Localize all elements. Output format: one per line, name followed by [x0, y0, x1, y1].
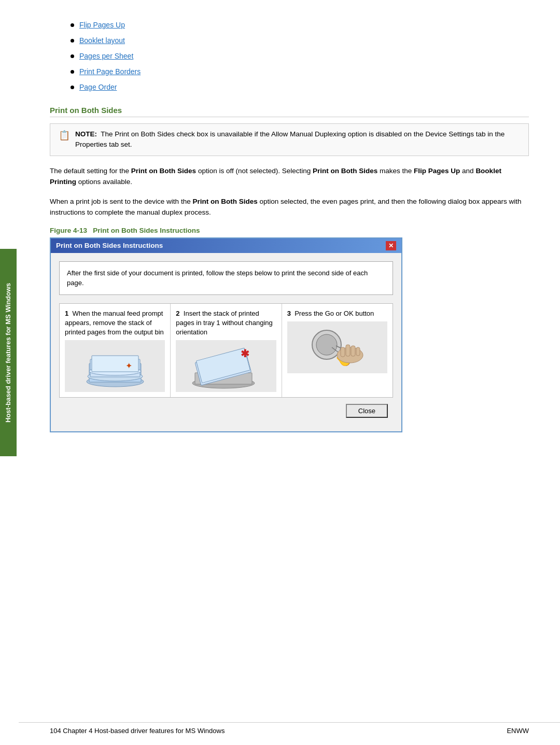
bullet-list: Flip Pages Up Booklet layout Pages per S… [71, 21, 529, 91]
note-text: NOTE: The Print on Both Sides check box … [75, 129, 520, 150]
step-1-number: 1 [65, 310, 68, 317]
svg-rect-19 [351, 346, 355, 356]
page-footer: 104 Chapter 4 Host-based driver features… [19, 722, 560, 735]
step-3-number: 3 [287, 310, 291, 317]
dialog-close-button[interactable]: ✕ [386, 241, 396, 250]
svg-point-12 [316, 334, 337, 355]
bullet-dot [71, 54, 74, 58]
dialog-body: After the first side of your document is… [51, 253, 401, 432]
step-2-number: 2 [176, 310, 179, 317]
step1-mark: ✦ [125, 361, 132, 370]
step-2-text: Insert the stack of printed pages in tra… [176, 310, 272, 336]
bullet-dot [71, 23, 74, 27]
body-para-2: When a print job is sent to the device w… [50, 196, 529, 218]
bullet-dot [71, 86, 74, 89]
footer-left: 104 Chapter 4 Host-based driver features… [50, 727, 225, 735]
booklet-layout-link[interactable]: Booklet layout [79, 36, 125, 45]
sidebar-tab-text: Host-based driver features for MS Window… [4, 283, 13, 422]
step3-illustration: 🤚 [298, 324, 376, 371]
flip-pages-up-link[interactable]: Flip Pages Up [79, 21, 125, 29]
dialog-footer: Close [59, 404, 393, 423]
pages-per-sheet-link[interactable]: Pages per Sheet [79, 52, 133, 60]
main-content: Flip Pages Up Booklet layout Pages per S… [19, 0, 560, 745]
list-item: Page Order [71, 83, 529, 91]
dialog-box: Print on Both Sides Instructions ✕ After… [50, 237, 402, 433]
step-3-image: 🤚 [287, 321, 387, 373]
svg-text:✱: ✱ [241, 348, 249, 359]
note-label: NOTE: [75, 130, 97, 138]
figure-caption-prefix: Figure 4-13 [50, 227, 87, 234]
figure-caption-text: Print on Both Sides Instructions [93, 227, 200, 234]
list-item: Pages per Sheet [71, 52, 529, 60]
list-item: Print Page Borders [71, 67, 529, 76]
print-page-borders-link[interactable]: Print Page Borders [79, 67, 141, 76]
body-para-1: The default setting for the Print on Bot… [50, 165, 529, 188]
step-1-image: ✦ [65, 340, 165, 392]
section-heading: Print on Both Sides [50, 106, 529, 117]
dialog-step-3: 3 Press the Go or OK button 🤚 [282, 304, 393, 398]
svg-rect-18 [346, 345, 350, 356]
note-icon: 📋 [59, 130, 70, 141]
bullet-dot [71, 39, 74, 43]
step-2-header: 2 Insert the stack of printed pages in t… [176, 309, 276, 338]
sidebar-tab: Host-based driver features for MS Window… [0, 249, 17, 456]
bullet-dot [71, 70, 74, 74]
step1-illustration: ✦ [81, 343, 149, 389]
dialog-titlebar: Print on Both Sides Instructions ✕ [51, 238, 401, 253]
step2-illustration: ✱ [185, 343, 268, 389]
dialog-instructions: After the first side of your document is… [59, 261, 393, 295]
page-order-link[interactable]: Page Order [79, 83, 117, 91]
step-3-text: Press the Go or OK button [295, 310, 374, 317]
dialog-step-1: 1 When the manual feed prompt appears, r… [60, 304, 171, 398]
note-box: 📋 NOTE: The Print on Both Sides check bo… [50, 123, 529, 156]
dialog-steps: 1 When the manual feed prompt appears, r… [59, 303, 393, 398]
dialog-title: Print on Both Sides Instructions [56, 242, 163, 249]
list-item: Flip Pages Up [71, 21, 529, 29]
close-button[interactable]: Close [346, 404, 388, 418]
list-item: Booklet layout [71, 36, 529, 45]
note-body: The Print on Both Sides check box is una… [75, 130, 505, 148]
step-1-header: 1 When the manual feed prompt appears, r… [65, 309, 165, 338]
figure-caption: Figure 4-13 Print on Both Sides Instruct… [50, 227, 529, 234]
step-3-header: 3 Press the Go or OK button [287, 309, 387, 318]
footer-right: ENWW [507, 727, 529, 735]
svg-rect-17 [341, 347, 345, 357]
dialog-step-2: 2 Insert the stack of printed pages in t… [171, 304, 282, 398]
svg-rect-20 [356, 347, 360, 356]
step-1-text: When the manual feed prompt appears, rem… [65, 310, 164, 336]
step-2-image: ✱ [176, 340, 276, 392]
